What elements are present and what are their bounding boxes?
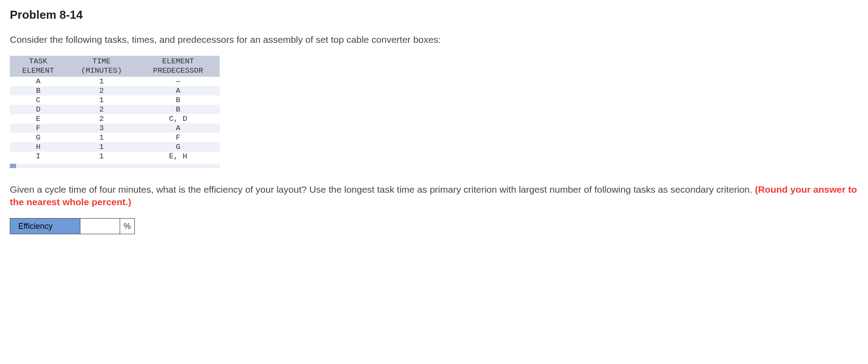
cell-task: G	[10, 133, 67, 142]
cell-pred: B	[137, 105, 220, 114]
cell-time: 1	[67, 95, 137, 105]
col-header-pred: ELEMENT PREDECESSOR	[137, 56, 220, 77]
cell-pred: G	[137, 142, 220, 152]
cell-pred: B	[137, 95, 220, 105]
cell-task: I	[10, 152, 67, 161]
table-row: I1E, H	[10, 152, 220, 161]
cell-task: E	[10, 114, 67, 124]
cell-pred: E, H	[137, 152, 220, 161]
cell-time: 1	[67, 77, 137, 86]
col-header-task: TASK ELEMENT	[10, 56, 67, 77]
table-scrollbar-thumb[interactable]	[10, 164, 16, 168]
cell-time: 1	[67, 142, 137, 152]
cell-task: B	[10, 86, 67, 95]
table-row: A1—	[10, 77, 220, 86]
cell-task: F	[10, 124, 67, 133]
problem-title: Problem 8-14	[10, 8, 858, 22]
efficiency-label: Efficiency	[10, 219, 80, 234]
table-row: G1F	[10, 133, 220, 142]
problem-intro: Consider the following tasks, times, and…	[10, 34, 858, 45]
table-row: E2C, D	[10, 114, 220, 124]
cell-time: 1	[67, 152, 137, 161]
cell-time: 3	[67, 124, 137, 133]
col-header-time: TIME (MINUTES)	[67, 56, 137, 77]
cell-time: 2	[67, 105, 137, 114]
cell-time: 2	[67, 114, 137, 124]
cell-pred: F	[137, 133, 220, 142]
table-row: F3A	[10, 124, 220, 133]
cell-pred: —	[137, 77, 220, 86]
cell-pred: A	[137, 124, 220, 133]
cell-task: C	[10, 95, 67, 105]
table-row: D2B	[10, 105, 220, 114]
answer-row: Efficiency %	[10, 218, 135, 234]
efficiency-unit: %	[120, 219, 134, 234]
task-table: TASK ELEMENT TIME (MINUTES) ELEMENT PRED…	[10, 56, 220, 161]
cell-time: 1	[67, 133, 137, 142]
cell-task: D	[10, 105, 67, 114]
table-row: C1B	[10, 95, 220, 105]
cell-task: H	[10, 142, 67, 152]
cell-time: 2	[67, 86, 137, 95]
cell-pred: C, D	[137, 114, 220, 124]
cell-task: A	[10, 77, 67, 86]
question-text: Given a cycle time of four minutes, what…	[10, 183, 858, 209]
efficiency-input[interactable]	[80, 219, 120, 234]
table-scrollbar-track[interactable]	[10, 164, 220, 168]
table-row: H1G	[10, 142, 220, 152]
table-row: B2A	[10, 86, 220, 95]
cell-pred: A	[137, 86, 220, 95]
question-main: Given a cycle time of four minutes, what…	[10, 184, 755, 194]
